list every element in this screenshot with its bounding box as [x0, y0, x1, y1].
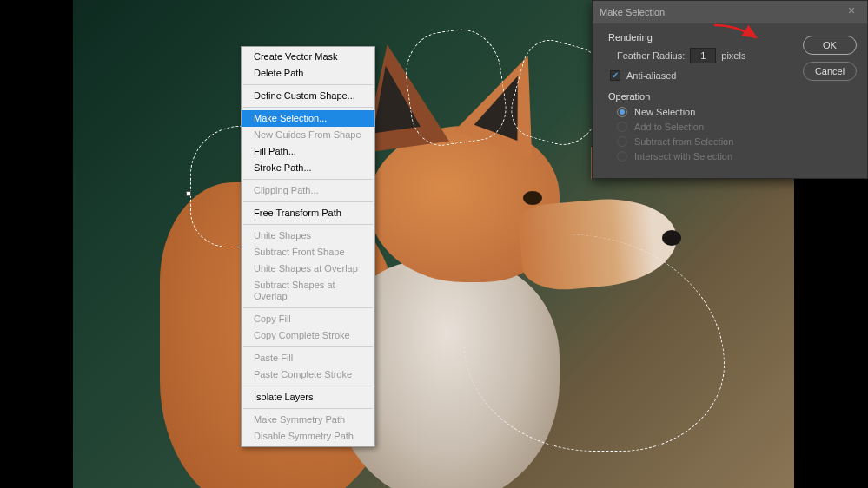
- menu-item-make-selection[interactable]: Make Selection...: [242, 110, 374, 127]
- menu-item-copy-fill: Copy Fill: [242, 311, 374, 327]
- radio-intersect-label: Intersect with Selection: [634, 151, 732, 162]
- menu-item-fill-path[interactable]: Fill Path...: [242, 143, 374, 160]
- antialiased-label: Anti-aliased: [626, 70, 676, 81]
- antialiased-checkbox[interactable]: ✔: [610, 70, 620, 81]
- radio-add-to-selection: [617, 122, 627, 132]
- close-icon[interactable]: ×: [848, 6, 860, 18]
- radio-subtract-from-selection: [617, 136, 627, 147]
- dialog-title: Make Selection: [600, 7, 665, 17]
- transform-handle[interactable]: [186, 191, 191, 196]
- menu-item-new-guides-from-shape: New Guides From Shape: [242, 127, 374, 143]
- feather-unit-label: pixels: [721, 50, 745, 61]
- feather-radius-input[interactable]: [690, 48, 716, 63]
- menu-item-unite-shapes-overlap: Unite Shapes at Overlap: [242, 260, 374, 277]
- make-selection-dialog: Make Selection × Rendering Feather Radiu…: [592, 0, 868, 179]
- ok-button[interactable]: OK: [803, 36, 857, 55]
- radio-add-label: Add to Selection: [634, 122, 704, 132]
- operation-group-label: Operation: [608, 91, 792, 102]
- menu-item-clipping-path: Clipping Path...: [242, 182, 374, 199]
- menu-item-subtract-front-shape: Subtract Front Shape: [242, 244, 374, 260]
- menu-item-delete-path[interactable]: Delete Path: [242, 65, 374, 82]
- radio-new-selection-label: New Selection: [634, 107, 695, 117]
- menu-item-subtract-shapes-overlap: Subtract Shapes at Overlap: [242, 277, 374, 305]
- context-menu: Create Vector Mask Delete Path Define Cu…: [241, 46, 375, 447]
- cancel-button[interactable]: Cancel: [803, 62, 857, 81]
- menu-item-create-vector-mask[interactable]: Create Vector Mask: [242, 49, 374, 65]
- menu-item-disable-symmetry-path: Disable Symmetry Path: [242, 428, 374, 445]
- radio-subtract-label: Subtract from Selection: [634, 136, 733, 147]
- feather-radius-label: Feather Radius:: [617, 50, 685, 61]
- menu-item-paste-fill: Paste Fill: [242, 350, 374, 366]
- rendering-group-label: Rendering: [608, 32, 792, 43]
- menu-item-unite-shapes: Unite Shapes: [242, 228, 374, 244]
- menu-item-free-transform-path[interactable]: Free Transform Path: [242, 205, 374, 221]
- menu-item-stroke-path[interactable]: Stroke Path...: [242, 160, 374, 176]
- radio-new-selection[interactable]: [617, 107, 627, 117]
- menu-item-define-custom-shape[interactable]: Define Custom Shape...: [242, 88, 374, 104]
- menu-item-copy-complete-stroke: Copy Complete Stroke: [242, 327, 374, 344]
- menu-item-make-symmetry-path: Make Symmetry Path: [242, 412, 374, 428]
- menu-item-paste-complete-stroke: Paste Complete Stroke: [242, 366, 374, 383]
- menu-item-isolate-layers[interactable]: Isolate Layers: [242, 389, 374, 406]
- radio-intersect-with-selection: [617, 151, 627, 162]
- dialog-titlebar[interactable]: Make Selection ×: [593, 1, 867, 23]
